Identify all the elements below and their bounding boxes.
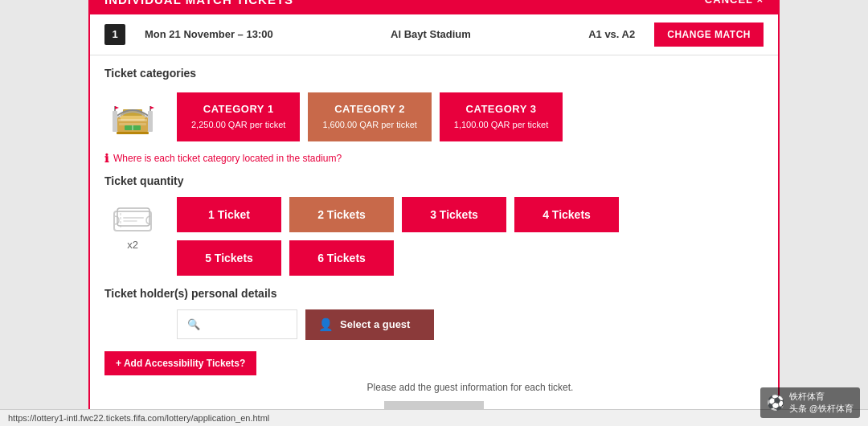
stadium-icon <box>104 89 161 145</box>
person-icon: 👤 <box>318 317 334 332</box>
add-accessibility-button[interactable]: + Add Accessibility Tickets? <box>104 351 256 375</box>
info-icon: ℹ <box>104 152 108 165</box>
cat-3-name: CATEGORY 3 <box>454 102 548 117</box>
quantity-buttons: 1 Ticket 2 Tickets 3 Tickets 4 Tickets 5… <box>177 197 643 276</box>
holder-input[interactable] <box>177 309 297 339</box>
ticket-categories-row: CATEGORY 1 2,250.00 QAR per ticket CATEG… <box>104 89 764 145</box>
match-stadium: Al Bayt Stadium <box>293 28 569 40</box>
bottom-bar: https://lottery1-intl.fwc22.tickets.fifa… <box>0 409 868 426</box>
category-1-button[interactable]: CATEGORY 1 2,250.00 QAR per ticket <box>177 92 300 141</box>
cat-2-price: 1,600.00 QAR per ticket <box>322 119 416 131</box>
change-match-button[interactable]: CHANGE MATCH <box>654 23 764 47</box>
cat-1-price: 2,250.00 QAR per ticket <box>191 119 285 131</box>
category-2-button[interactable]: CATEGORY 2 1,600.00 QAR per ticket <box>308 92 431 141</box>
category-info-text[interactable]: Where is each ticket category located in… <box>113 153 342 164</box>
svg-rect-8 <box>113 111 117 132</box>
qty-1-button[interactable]: 1 Ticket <box>177 197 281 232</box>
ticket-holders-section: Ticket holder(s) personal details 👤 Sele… <box>104 287 764 427</box>
category-info: ℹ Where is each ticket category located … <box>104 152 764 165</box>
svg-rect-4 <box>119 123 146 125</box>
categories-title: Ticket categories <box>104 67 764 80</box>
modal-title: INDIVIDUAL MATCH TICKETS <box>104 0 293 6</box>
qty-3-button[interactable]: 3 Tickets <box>402 197 506 232</box>
svg-rect-9 <box>148 111 153 132</box>
match-number: 1 <box>104 24 125 45</box>
svg-rect-7 <box>117 132 149 134</box>
match-date: Mon 21 November – 13:00 <box>145 28 273 40</box>
svg-marker-13 <box>150 106 154 109</box>
modal-header: INDIVIDUAL MATCH TICKETS CANCEL × <box>90 0 778 14</box>
guest-info-text: Please add the guest information for eac… <box>177 382 764 393</box>
cat-2-name: CATEGORY 2 <box>322 102 416 117</box>
stadium-svg <box>108 95 157 139</box>
holders-title: Ticket holder(s) personal details <box>104 287 764 300</box>
category-3-button[interactable]: CATEGORY 3 1,100.00 QAR per ticket <box>440 92 563 141</box>
qty-4-button[interactable]: 4 Tickets <box>514 197 619 232</box>
cat-1-name: CATEGORY 1 <box>191 102 285 117</box>
qty-6-button[interactable]: 6 Tickets <box>289 240 394 276</box>
watermark-text: 铁杆体育 头条 @铁杆体育 <box>789 391 854 415</box>
ticket-icon: x2 <box>104 197 161 251</box>
ticket-svg <box>113 205 153 236</box>
x2-label: x2 <box>127 239 138 251</box>
svg-rect-3 <box>118 119 147 121</box>
qty-5-button[interactable]: 5 Tickets <box>177 240 281 276</box>
quantity-title: Ticket quantity <box>104 174 764 187</box>
ticket-quantity-row: x2 1 Ticket 2 Tickets 3 Tickets 4 Ticket… <box>104 197 764 276</box>
select-guest-button[interactable]: 👤 Select a guest <box>305 309 434 340</box>
watermark: ⚽ 铁杆体育 头条 @铁杆体育 <box>760 387 860 418</box>
url-text: https://lottery1-intl.fwc22.tickets.fifa… <box>8 413 269 423</box>
match-teams: A1 vs. A2 <box>588 28 635 40</box>
watermark-icon: ⚽ <box>767 394 784 412</box>
holder-row: 👤 Select a guest <box>177 309 764 340</box>
svg-marker-11 <box>115 106 119 109</box>
cat-3-price: 1,100.00 QAR per ticket <box>454 119 548 131</box>
cancel-button[interactable]: CANCEL × <box>705 0 764 6</box>
category-buttons: CATEGORY 1 2,250.00 QAR per ticket CATEG… <box>177 92 563 141</box>
page-wrapper: INDIVIDUAL MATCH TICKETS CANCEL × 1 Mon … <box>0 0 868 426</box>
modal-container: INDIVIDUAL MATCH TICKETS CANCEL × 1 Mon … <box>88 0 780 426</box>
modal-body: Ticket categories <box>90 55 778 427</box>
qty-2-button[interactable]: 2 Tickets <box>289 197 394 232</box>
select-guest-label: Select a guest <box>340 318 410 330</box>
match-bar: 1 Mon 21 November – 13:00 Al Bayt Stadiu… <box>90 14 778 55</box>
